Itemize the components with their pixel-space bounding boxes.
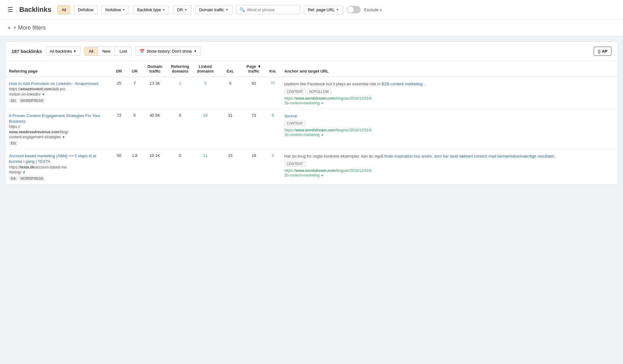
target-url-link[interactable]: https://www.wordstream.com/blog/ws/2016/… bbox=[284, 96, 371, 105]
tab-new[interactable]: New bbox=[98, 47, 115, 55]
badge-content: CONTENT bbox=[284, 89, 305, 94]
show-history-button[interactable]: 📅 Show history: Don't show ▼ bbox=[136, 47, 201, 56]
col-header-ext[interactable]: Ext. bbox=[218, 61, 243, 77]
ref-page-url-arrow: ▼ bbox=[336, 8, 339, 12]
badge-nofollow: NOFOLLOW bbox=[307, 89, 331, 94]
anchor-link[interactable]: finde inspiration hos andre, som har lav… bbox=[384, 154, 555, 158]
hamburger-icon[interactable]: ☰ bbox=[7, 6, 13, 13]
exclude-label: Exclude s bbox=[364, 7, 382, 12]
cell-anchor: Source CONTENT https://www.wordstream.co… bbox=[280, 109, 618, 149]
top-bar: ☰ Backlinks All Dofollow Nofollow ▼ Back… bbox=[0, 0, 623, 20]
backlinks-table: Referring page DR UR Domaintraffic Refer… bbox=[5, 61, 618, 185]
anchor-text: platform like Facebook but it plays an e… bbox=[284, 81, 614, 87]
badge-content: CONTENT bbox=[284, 161, 305, 166]
target-url-link[interactable]: https://www.wordstream.com/blog/ws/2016/… bbox=[284, 168, 371, 177]
nofollow-label: Nofollow bbox=[105, 7, 121, 12]
referring-page-title-link[interactable]: Account-based marketing (ABM) => 5 steps… bbox=[9, 153, 108, 164]
more-filters-row: + + More filters bbox=[0, 20, 623, 36]
tag: EN bbox=[9, 141, 17, 145]
url-domain-bold: amazeinvent.com bbox=[20, 87, 51, 91]
show-history-arrow: ▼ bbox=[194, 50, 197, 53]
table-body: How to Add Promotion on LinkedIn - Amaze… bbox=[5, 77, 618, 185]
all-backlinks-dropdown[interactable]: All backlinks ▼ bbox=[46, 47, 80, 56]
cell-page-traffic: 73 bbox=[243, 109, 265, 149]
cell-ur: 5 bbox=[127, 109, 142, 149]
tag: WORDPRESS bbox=[19, 98, 45, 103]
filter-all-button[interactable]: All bbox=[58, 5, 70, 14]
cell-dr: 50 bbox=[111, 149, 127, 185]
filter-nofollow-button[interactable]: Nofollow ▼ bbox=[101, 5, 129, 14]
plus-icon: + bbox=[7, 25, 11, 31]
api-icon: {} bbox=[598, 49, 601, 54]
cell-ur: 7 bbox=[127, 77, 142, 109]
target-url-link[interactable]: https://www.wordstream.com/blog/ws/2016/… bbox=[284, 128, 371, 137]
col-header-ur[interactable]: UR bbox=[127, 61, 142, 77]
table-row: 9 Proven Content Engagement Strategies F… bbox=[5, 109, 618, 149]
page-tags: EN bbox=[9, 141, 108, 145]
cell-linked-domains: 5 bbox=[193, 77, 218, 109]
backlink-type-arrow: ▼ bbox=[162, 8, 165, 12]
col-header-dr[interactable]: DR bbox=[111, 61, 127, 77]
nofollow-arrow: ▼ bbox=[122, 8, 125, 12]
ref-page-url-label: Ref. page URL bbox=[308, 7, 335, 12]
cell-kw: 77 bbox=[265, 77, 280, 109]
page-tags: ENWORDPRESS bbox=[9, 98, 108, 103]
tag: EN bbox=[9, 98, 17, 103]
filter-backlink-type-button[interactable]: Backlink type ▼ bbox=[133, 5, 170, 14]
cell-referring-domains: 1 bbox=[167, 77, 193, 109]
cell-ext: 31 bbox=[218, 109, 243, 149]
tab-lost[interactable]: Lost bbox=[115, 47, 132, 55]
table-row: How to Add Promotion on LinkedIn - Amaze… bbox=[5, 77, 618, 109]
table-row: Account-based marketing (ABM) => 5 steps… bbox=[5, 149, 618, 185]
col-header-kw[interactable]: Kw. bbox=[265, 61, 280, 77]
all-backlinks-label: All backlinks bbox=[50, 49, 72, 54]
cell-page-traffic: 19 bbox=[243, 149, 265, 185]
backlinks-count: 187 backlinks bbox=[12, 49, 42, 54]
cell-kw: 2 bbox=[265, 149, 280, 185]
anchor-link[interactable]: Source bbox=[284, 114, 297, 118]
exclude-toggle[interactable] bbox=[347, 6, 361, 13]
cell-referring-page: 9 Proven Content Engagement Strategies F… bbox=[5, 109, 111, 149]
filter-dofollow-button[interactable]: Dofollow bbox=[74, 5, 98, 14]
cell-dr: 72 bbox=[111, 109, 127, 149]
cell-ur: 1.8 bbox=[127, 149, 142, 185]
col-header-referring-domains[interactable]: Referringdomains bbox=[167, 61, 193, 77]
search-input[interactable] bbox=[247, 7, 297, 12]
tab-group: All New Lost bbox=[84, 47, 132, 56]
filter-ref-page-url-button[interactable]: Ref. page URL ▼ bbox=[304, 5, 343, 14]
tag: DA bbox=[9, 176, 17, 181]
domain-traffic-arrow: ▼ bbox=[225, 8, 228, 12]
referring-page-title-link[interactable]: How to Add Promotion on LinkedIn - Amaze… bbox=[9, 81, 108, 87]
cell-anchor: platform like Facebook but it plays an e… bbox=[280, 77, 618, 109]
url-domain-bold: www.newbreedrevenue.com bbox=[9, 130, 59, 134]
url-domain-bold: texta.dk bbox=[20, 165, 34, 169]
col-header-referring-page: Referring page bbox=[5, 61, 111, 77]
cell-ext: 6 bbox=[218, 77, 243, 109]
table-header-bar: 187 backlinks All backlinks ▼ All New Lo… bbox=[5, 42, 618, 61]
tab-all[interactable]: All bbox=[84, 47, 98, 55]
filter-domain-traffic-button[interactable]: Domain traffic ▼ bbox=[195, 5, 232, 14]
referring-page-url: https://texta.dk/account-based-marketing… bbox=[9, 165, 108, 175]
anchor-text: Source bbox=[284, 113, 614, 119]
col-header-domain-traffic[interactable]: Domaintraffic bbox=[142, 61, 167, 77]
cell-referring-domains: 0 bbox=[167, 149, 193, 185]
api-label: AP bbox=[602, 49, 607, 54]
referring-page-url: https://www.newbreedrevenue.com/blog/con… bbox=[9, 124, 108, 140]
col-header-page-traffic[interactable]: Page ▼traffic bbox=[243, 61, 265, 77]
referring-page-title-link[interactable]: 9 Proven Content Engagement Strategies F… bbox=[9, 113, 108, 124]
filter-dr-button[interactable]: DR ▼ bbox=[173, 5, 191, 14]
more-filters-label: + More filters bbox=[13, 25, 46, 31]
dr-label: DR bbox=[177, 7, 183, 12]
api-button[interactable]: {} AP bbox=[594, 47, 611, 56]
table-header-row: Referring page DR UR Domaintraffic Refer… bbox=[5, 61, 618, 77]
col-header-linked-domains[interactable]: Linkeddomains bbox=[193, 61, 218, 77]
anchor-text: Har du brug for nogle konkrete eksempler… bbox=[284, 153, 614, 159]
more-filters-button[interactable]: + + More filters bbox=[7, 23, 616, 32]
main-content: 187 backlinks All backlinks ▼ All New Lo… bbox=[5, 41, 618, 185]
all-backlinks-arrow: ▼ bbox=[73, 50, 76, 53]
cell-anchor: Har du brug for nogle konkrete eksempler… bbox=[280, 149, 618, 185]
referring-page-url: https://amazeinvent.com/add-promotion-on… bbox=[9, 87, 108, 97]
anchor-link[interactable]: B2B content marketing bbox=[382, 82, 423, 86]
search-box: 🔍 bbox=[236, 5, 300, 14]
col-header-anchor: Anchor and target URL bbox=[280, 61, 618, 77]
